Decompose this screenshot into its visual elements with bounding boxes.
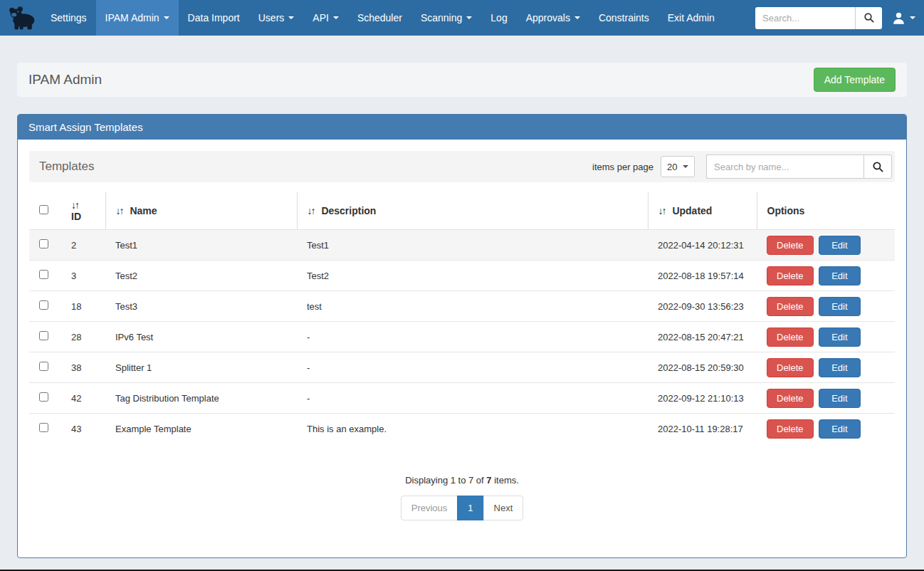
header-id-label: ID (71, 211, 81, 222)
nav-item-settings[interactable]: Settings (41, 0, 96, 36)
items-per-page-value: 20 (667, 162, 677, 172)
edit-button[interactable]: Edit (819, 358, 860, 377)
cell-description: - (297, 322, 648, 352)
edit-button[interactable]: Edit (819, 236, 860, 255)
nav-item-label: Log (490, 12, 507, 23)
cell-name: Test3 (105, 291, 297, 322)
row-checkbox[interactable] (39, 362, 48, 371)
table-row: 38 Splitter 1 - 2022-08-15 20:59:30 Dele… (29, 352, 895, 383)
chevron-down-icon (164, 16, 169, 19)
page-header: IPAM Admin Add Template (17, 63, 907, 97)
cell-options: Delete Edit (757, 291, 895, 322)
nav-item-scanning[interactable]: Scanning (411, 0, 481, 36)
navbar-search-button[interactable] (855, 7, 882, 29)
table-search-button[interactable] (863, 154, 892, 179)
header-options-label: Options (767, 205, 805, 216)
nav-item-approvals[interactable]: Approvals (517, 0, 589, 36)
nav-item-data-import[interactable]: Data Import (179, 0, 249, 36)
nav-item-label: IPAM Admin (105, 12, 159, 23)
nav-item-api[interactable]: API (303, 0, 348, 36)
nav-item-ipam-admin[interactable]: IPAM Admin (96, 0, 179, 36)
pagination-row: Previous 1 Next (29, 496, 895, 520)
navbar-right (755, 0, 924, 36)
panda-logo[interactable] (0, 0, 41, 36)
search-icon (863, 12, 875, 23)
header-id[interactable]: ↓↑ ID (61, 192, 105, 230)
cell-name: Test1 (105, 230, 297, 261)
nav-item-label: Data Import (188, 12, 240, 23)
cell-updated: 2022-09-30 13:56:23 (648, 291, 757, 322)
nav-item-constraints[interactable]: Constraints (589, 0, 658, 36)
cell-options: Delete Edit (757, 230, 895, 261)
table-row: 43 Example Template This is an example. … (29, 414, 895, 444)
table-search-input[interactable] (706, 154, 863, 179)
table-row: 42 Tag Distribution Template - 2022-09-1… (29, 383, 895, 414)
row-checkbox[interactable] (39, 270, 48, 279)
edit-button[interactable]: Edit (819, 328, 860, 347)
delete-button[interactable]: Delete (767, 236, 814, 255)
delete-button[interactable]: Delete (767, 297, 814, 316)
delete-button[interactable]: Delete (767, 328, 814, 347)
cell-updated: 2022-08-18 19:57:14 (648, 261, 757, 291)
row-checkbox[interactable] (39, 423, 48, 432)
edit-button[interactable]: Edit (819, 389, 860, 408)
cell-name: Splitter 1 (105, 352, 297, 383)
delete-button[interactable]: Delete (767, 266, 814, 286)
delete-button[interactable]: Delete (767, 358, 814, 377)
user-menu[interactable] (892, 11, 915, 25)
items-per-page-select[interactable]: 20 (661, 156, 695, 177)
page-title: IPAM Admin (28, 72, 102, 88)
nav-item-label: Users (258, 12, 285, 23)
header-name[interactable]: ↓↑ Name (105, 192, 297, 230)
chevron-down-icon (288, 16, 294, 19)
delete-button[interactable]: Delete (767, 389, 814, 408)
pagination: Previous 1 Next (401, 496, 524, 520)
row-checkbox-cell (29, 261, 61, 291)
edit-button[interactable]: Edit (819, 419, 860, 439)
table-row: 28 IPv6 Test - 2022-08-15 20:47:21 Delet… (29, 322, 895, 352)
row-checkbox[interactable] (39, 300, 48, 310)
nav-item-exit-admin[interactable]: Exit Admin (658, 0, 724, 36)
cell-updated: 2022-04-14 20:12:31 (648, 230, 757, 261)
templates-title: Templates (39, 159, 94, 174)
header-name-label: Name (130, 205, 157, 216)
pagination-previous-button[interactable]: Previous (401, 496, 458, 520)
delete-button[interactable]: Delete (767, 419, 814, 439)
pagination-page-1-button[interactable]: 1 (457, 496, 483, 520)
header-description[interactable]: ↓↑ Description (297, 192, 648, 230)
cell-id: 28 (61, 322, 105, 352)
cell-updated: 2022-09-12 21:10:13 (648, 383, 757, 414)
header-checkbox-cell (29, 192, 61, 230)
sort-icon: ↓↑ (116, 205, 123, 216)
add-template-button[interactable]: Add Template (814, 68, 896, 92)
nav-item-label: Settings (51, 12, 87, 23)
nav-item-scheduler[interactable]: Scheduler (348, 0, 411, 36)
edit-button[interactable]: Edit (819, 266, 860, 286)
cell-options: Delete Edit (757, 414, 895, 444)
pagination-next-button[interactable]: Next (483, 496, 524, 520)
cell-id: 38 (61, 352, 105, 383)
nav-item-users[interactable]: Users (249, 0, 304, 36)
edit-button[interactable]: Edit (819, 297, 860, 316)
toolbar-right: items per page 20 (592, 154, 892, 179)
cell-id: 18 (61, 291, 105, 322)
display-info-prefix: Displaying 1 to 7 of (405, 475, 486, 486)
row-checkbox[interactable] (39, 331, 48, 340)
panda-logo-icon (4, 5, 37, 31)
cell-description: Test1 (297, 230, 648, 261)
header-updated[interactable]: ↓↑ Updated (648, 192, 757, 230)
row-checkbox[interactable] (39, 239, 48, 248)
nav-item-log[interactable]: Log (481, 0, 516, 36)
table-row: 3 Test2 Test2 2022-08-18 19:57:14 Delete… (29, 261, 895, 291)
table-search (706, 154, 892, 179)
row-checkbox[interactable] (39, 392, 48, 402)
chevron-down-icon (466, 16, 472, 19)
sort-icon: ↓↑ (71, 199, 78, 211)
sort-icon: ↓↑ (658, 205, 666, 216)
select-all-checkbox[interactable] (39, 205, 48, 214)
navbar-search-input[interactable] (755, 7, 855, 29)
display-info-suffix: items. (492, 475, 519, 486)
nav-item-label: Constraints (599, 12, 649, 23)
header-updated-label: Updated (672, 205, 712, 216)
cell-options: Delete Edit (757, 261, 895, 291)
